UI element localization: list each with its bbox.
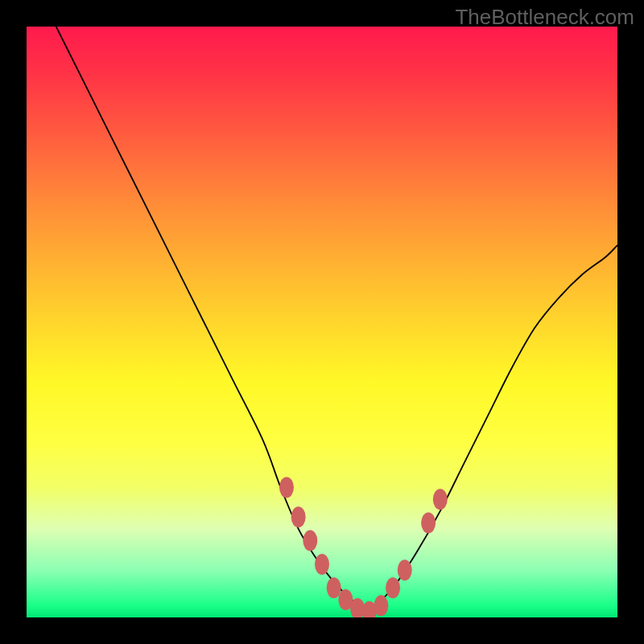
data-marker: [433, 489, 448, 510]
data-marker: [374, 595, 388, 616]
data-markers-group: [279, 477, 448, 617]
data-marker: [279, 477, 294, 498]
left-curve: [56, 27, 369, 612]
data-marker: [315, 554, 329, 575]
right-curve: [369, 246, 617, 612]
data-marker: [303, 530, 317, 551]
data-marker: [421, 513, 436, 534]
watermark: TheBottleneck.com: [455, 5, 634, 30]
data-marker: [398, 559, 412, 580]
data-marker: [327, 577, 341, 598]
chart-svg: [27, 27, 617, 617]
data-marker: [291, 506, 306, 527]
chart-area: [27, 27, 617, 617]
data-marker: [386, 577, 400, 598]
